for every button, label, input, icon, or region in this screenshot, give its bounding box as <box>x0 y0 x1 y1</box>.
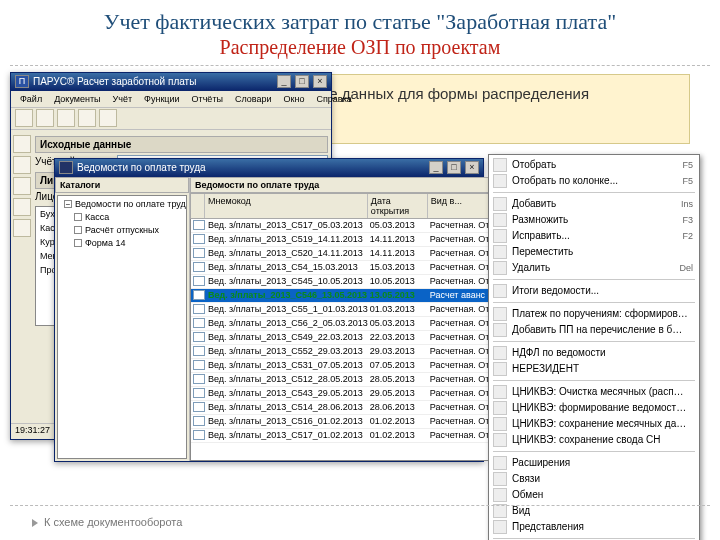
menu-acct[interactable]: Учёт <box>108 93 138 105</box>
menu-item[interactable]: ОтобратьF5 <box>489 157 699 173</box>
menu-item-label: Переместить <box>512 246 688 257</box>
row-checkbox[interactable] <box>193 318 205 328</box>
table-row[interactable]: Вед. з/платы_2013_С531_07.05.201307.05.2… <box>191 359 508 373</box>
row-checkbox[interactable] <box>193 248 205 258</box>
row-checkbox[interactable] <box>193 402 205 412</box>
tree-node[interactable]: Касса <box>85 212 109 222</box>
menu-help[interactable]: Справка <box>311 93 356 105</box>
menu-window[interactable]: Окно <box>279 93 310 105</box>
cell-name: Вед. з/платы_2013_С517_05.03.2013 <box>207 220 368 230</box>
menu-item[interactable]: ЦНИКВЭ: формирование ведомости СН <box>489 400 699 416</box>
col-name[interactable]: Мнемокод <box>205 194 368 218</box>
menu-item[interactable]: ДобавитьIns <box>489 196 699 212</box>
cell-date: 05.03.2013 <box>368 220 428 230</box>
menu-item-shortcut: Del <box>679 263 693 273</box>
toolbar-button[interactable] <box>36 109 54 127</box>
table-row[interactable]: Вед. з/платы_2013_С517_01.02.201301.02.2… <box>191 429 508 443</box>
menu-item[interactable]: Отобрать по колонке...F5 <box>489 173 699 189</box>
row-checkbox[interactable] <box>193 290 205 300</box>
row-checkbox[interactable] <box>193 332 205 342</box>
tree-node[interactable]: Форма 14 <box>85 238 126 248</box>
toolbar-button[interactable] <box>15 109 33 127</box>
menu-item[interactable]: УдалитьDel <box>489 260 699 276</box>
menu-item[interactable]: Связи <box>489 471 699 487</box>
close-button[interactable]: × <box>465 161 479 174</box>
vtool-button[interactable] <box>13 177 31 195</box>
row-checkbox[interactable] <box>193 262 205 272</box>
menu-item[interactable]: НЕРЕЗИДЕНТ <box>489 361 699 377</box>
maximize-button[interactable]: □ <box>295 75 309 88</box>
menu-item[interactable]: Исправить...F2 <box>489 228 699 244</box>
status-time: 19:31:27 <box>15 425 50 438</box>
row-checkbox[interactable] <box>193 346 205 356</box>
table-row[interactable]: Вед. з/платы_2013_С517_05.03.201305.03.2… <box>191 219 508 233</box>
footer-link[interactable]: К схеме документооборота <box>32 516 182 528</box>
vtool-button[interactable] <box>13 219 31 237</box>
minimize-button[interactable]: _ <box>277 75 291 88</box>
row-checkbox[interactable] <box>193 374 205 384</box>
minimize-button[interactable]: _ <box>429 161 443 174</box>
slide-title: Учет фактических затрат по статье "Зараб… <box>0 0 720 36</box>
table-row[interactable]: Вед. з/платы_2013_С56_2_05.03.201305.03.… <box>191 317 508 331</box>
col-date[interactable]: Дата открытия <box>368 194 428 218</box>
table-row[interactable]: Вед. з/платы_2013_С55_1_01.03.201301.03.… <box>191 303 508 317</box>
cell-date: 07.05.2013 <box>368 360 428 370</box>
menu-item[interactable]: НДФЛ по ведомости <box>489 345 699 361</box>
vtool-button[interactable] <box>13 135 31 153</box>
menu-item[interactable]: Итоги ведомости... <box>489 283 699 299</box>
list-header: Ведомости по оплате труда <box>190 177 509 193</box>
row-checkbox[interactable] <box>193 416 205 426</box>
grid-body[interactable]: Вед. з/платы_2013_С517_05.03.201305.03.2… <box>190 219 509 461</box>
maximize-button[interactable]: □ <box>447 161 461 174</box>
table-row[interactable]: Вед. з/платы_2013_С54_15.03.201315.03.20… <box>191 261 508 275</box>
row-checkbox[interactable] <box>193 220 205 230</box>
tree-node[interactable]: Расчёт отпускных <box>85 225 159 235</box>
row-checkbox[interactable] <box>193 276 205 286</box>
tree-node[interactable]: Ведомости по оплате труда <box>75 199 187 209</box>
table-row[interactable]: Вед. з/платы_2013_С512_28.05.201328.05.2… <box>191 373 508 387</box>
menu-item-icon <box>493 284 507 298</box>
table-row[interactable]: Вед. з/платы_2013_С552_29.03.201329.03.2… <box>191 345 508 359</box>
close-button[interactable]: × <box>313 75 327 88</box>
catalog-tree[interactable]: −Ведомости по оплате труда Касса Расчёт … <box>57 195 187 459</box>
menubar[interactable]: Файл Документы Учёт Функции Отчёты Слова… <box>11 91 331 108</box>
row-checkbox[interactable] <box>193 234 205 244</box>
menu-item[interactable]: Платеж по поручениям: сформировать в бюд… <box>489 306 699 322</box>
menu-file[interactable]: Файл <box>15 93 47 105</box>
toolbar-button[interactable] <box>78 109 96 127</box>
menu-dict[interactable]: Словари <box>230 93 277 105</box>
menu-item-icon <box>493 229 507 243</box>
table-row[interactable]: Вед. з/платы_2013_С519_14.11.201314.11.2… <box>191 233 508 247</box>
menu-separator <box>493 341 695 342</box>
menu-item[interactable]: ЦНИКВЭ: сохранение свода СН <box>489 432 699 448</box>
menu-reports[interactable]: Отчёты <box>187 93 228 105</box>
menu-item[interactable]: ЦНИКВЭ: сохранение месячных данных 14 <box>489 416 699 432</box>
table-row[interactable]: Вед. з/платы_2013_С546_13.05.201313.05.2… <box>191 289 508 303</box>
menu-item[interactable]: Обмен <box>489 487 699 503</box>
table-row[interactable]: Вед. з/платы_2013_С545_10.05.201310.05.2… <box>191 275 508 289</box>
grid-header[interactable]: Мнемокод Дата открытия Вид в... <box>190 193 509 219</box>
toolbar-button[interactable] <box>57 109 75 127</box>
menu-item[interactable]: Представления <box>489 519 699 535</box>
table-row[interactable]: Вед. з/платы_2013_С520_14.11.201314.11.2… <box>191 247 508 261</box>
vtool-button[interactable] <box>13 198 31 216</box>
menu-func[interactable]: Функции <box>139 93 184 105</box>
row-checkbox[interactable] <box>193 388 205 398</box>
table-row[interactable]: Вед. з/платы_2013_С543_29.05.201329.05.2… <box>191 387 508 401</box>
table-row[interactable]: Вед. з/платы_2013_С514_28.06.201328.06.2… <box>191 401 508 415</box>
window-title: ПАРУС® Расчет заработной платы <box>33 76 196 87</box>
menu-docs[interactable]: Документы <box>49 93 105 105</box>
menu-item[interactable]: ЦНИКВЭ: Очистка месячных (распределенных… <box>489 384 699 400</box>
table-row[interactable]: Вед. з/платы_2013_С516_01.02.201301.02.2… <box>191 415 508 429</box>
table-row[interactable]: Вед. з/платы_2013_С549_22.03.201322.03.2… <box>191 331 508 345</box>
toolbar-button[interactable] <box>99 109 117 127</box>
menu-item[interactable]: Добавить ПП на перечисление в бюджет спи… <box>489 322 699 338</box>
menu-item[interactable]: РазмножитьF3 <box>489 212 699 228</box>
vtool-button[interactable] <box>13 156 31 174</box>
context-menu[interactable]: ОтобратьF5Отобрать по колонке...F5Добави… <box>488 154 700 541</box>
row-checkbox[interactable] <box>193 430 205 440</box>
row-checkbox[interactable] <box>193 304 205 314</box>
menu-item[interactable]: Расширения <box>489 455 699 471</box>
menu-item[interactable]: Переместить <box>489 244 699 260</box>
row-checkbox[interactable] <box>193 360 205 370</box>
